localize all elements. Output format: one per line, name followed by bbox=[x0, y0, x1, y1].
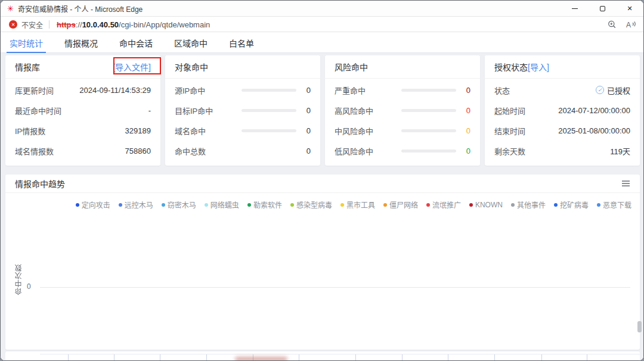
legend-item[interactable]: 勒索软件 bbox=[247, 200, 282, 210]
browser-window: ✳ 奇安信威胁情报 - 个人 - Microsoft Edge ✕ ✕ 不安全 … bbox=[0, 0, 644, 361]
read-aloud-icon[interactable]: A bbox=[626, 20, 636, 29]
progress-bar bbox=[242, 129, 296, 132]
minimize-button[interactable] bbox=[561, 1, 589, 17]
url-text[interactable]: https://10.0.40.50/cgi-bin/App/qtde/webm… bbox=[57, 20, 210, 29]
stat-row: 结束时间2025-01-08/00:00:00 bbox=[494, 120, 630, 141]
import-file-link[interactable]: [导入文件] bbox=[113, 61, 151, 73]
tab-intel-overview[interactable]: 情报概况 bbox=[61, 33, 101, 52]
stat-row: IP情报数329189 bbox=[15, 120, 151, 141]
address-bar[interactable]: ✕ 不安全 https://10.0.40.50/cgi-bin/App/qtd… bbox=[1, 17, 643, 32]
stat-row: 剩余天数119天 bbox=[494, 141, 630, 161]
chart-legend: 定向攻击 远控木马 窃密木马 网络蠕虫 勒索软件 感染型病毒 黑市工具 僵尸网络… bbox=[76, 200, 631, 210]
tab-whitelist[interactable]: 白名单 bbox=[226, 33, 257, 52]
stat-row: 域名命中0 bbox=[175, 120, 311, 141]
legend-item[interactable]: 感染型病毒 bbox=[290, 200, 332, 210]
card-title: 对象命中 bbox=[175, 61, 208, 73]
security-label[interactable]: 不安全 bbox=[21, 20, 43, 30]
stat-value: 758860 bbox=[125, 147, 151, 155]
card-title: 授权状态 bbox=[494, 61, 528, 73]
legend-item[interactable]: 定向攻击 bbox=[76, 200, 110, 210]
legend-item[interactable]: 远控木马 bbox=[119, 200, 153, 210]
stat-value: 0 bbox=[466, 86, 470, 95]
legend-dot-icon bbox=[597, 203, 600, 207]
stat-row: 状态 ✓已授权 bbox=[494, 80, 630, 100]
y-axis-label: 命中次数 bbox=[14, 264, 24, 295]
legend-item[interactable]: 窃密木马 bbox=[162, 200, 196, 210]
not-secure-icon[interactable]: ✕ bbox=[9, 20, 17, 29]
stat-row: 高风险命中0 bbox=[335, 100, 470, 120]
legend-dot-icon bbox=[162, 203, 165, 207]
legend-label: 黑市工具 bbox=[346, 200, 375, 210]
legend-dot-icon bbox=[119, 203, 122, 207]
stat-label: 域名命中 bbox=[175, 125, 206, 136]
legend-item[interactable]: 恶意下载 bbox=[597, 200, 631, 210]
legend-label: 网络蠕虫 bbox=[210, 200, 239, 210]
legend-item[interactable]: 网络蠕虫 bbox=[205, 200, 239, 210]
zoom-icon[interactable] bbox=[608, 20, 617, 29]
stat-label: 起始时间 bbox=[494, 105, 525, 116]
stat-value: 329189 bbox=[125, 126, 151, 135]
stat-row: 源IP命中0 bbox=[175, 80, 311, 100]
progress-bar bbox=[242, 89, 296, 92]
progress-bar bbox=[401, 129, 456, 132]
maximize-button[interactable] bbox=[589, 1, 616, 17]
card-object-hits: 对象命中 源IP命中0 目标IP命中0 域名命中0 命中总数0 bbox=[165, 55, 320, 166]
stat-label: 低风险命中 bbox=[335, 145, 373, 157]
legend-label: 僵尸网络 bbox=[389, 200, 418, 210]
legend-item[interactable]: 流氓推广 bbox=[426, 200, 461, 210]
legend-dot-icon bbox=[469, 203, 473, 207]
chart-menu-icon[interactable] bbox=[621, 179, 630, 188]
stat-row: 最近命中时间- bbox=[15, 100, 151, 120]
card-title: 风险命中 bbox=[335, 61, 368, 73]
legend-item[interactable]: 黑市工具 bbox=[340, 200, 375, 210]
stat-label: 高风险命中 bbox=[335, 105, 373, 116]
tab-region-hits[interactable]: 区域命中 bbox=[171, 33, 210, 52]
tab-realtime-stats[interactable]: 实时统计 bbox=[7, 33, 46, 52]
x-axis-line bbox=[40, 287, 630, 288]
scrollbar-thumb[interactable] bbox=[637, 321, 642, 332]
stat-row: 严重命中0 bbox=[335, 80, 470, 100]
progress-bar bbox=[401, 89, 456, 92]
stat-value: 2025-01-08/00:00:00 bbox=[558, 126, 630, 135]
stat-row: 命中总数0 bbox=[175, 141, 311, 161]
page-tabs: 实时统计 情报概况 命中会话 区域命中 白名单 bbox=[1, 33, 643, 53]
stat-label: 结束时间 bbox=[494, 125, 525, 136]
window-title: 奇安信威胁情报 - 个人 - Microsoft Edge bbox=[18, 4, 143, 14]
table-top-border bbox=[40, 354, 640, 354]
stat-label: 中风险命中 bbox=[335, 125, 373, 136]
legend-item[interactable]: 挖矿病毒 bbox=[554, 200, 589, 210]
legend-label: 流氓推广 bbox=[432, 200, 461, 210]
stat-value: 0 bbox=[306, 106, 311, 115]
stat-row: 库更新时间2024-09-11/14:53:29 bbox=[15, 80, 151, 100]
legend-label: 定向攻击 bbox=[82, 200, 110, 210]
stat-label: 目标IP命中 bbox=[175, 105, 213, 116]
stat-row: 起始时间2024-07-12/00:00:00 bbox=[494, 100, 630, 120]
legend-dot-icon bbox=[554, 203, 558, 207]
legend-item[interactable]: 僵尸网络 bbox=[383, 200, 418, 210]
card-intel-db: 情报库 [导入文件] 库更新时间2024-09-11/14:53:29 最近命中… bbox=[5, 55, 160, 166]
progress-bar bbox=[401, 150, 456, 153]
stat-value: 0 bbox=[306, 86, 311, 95]
stat-row: 中风险命中0 bbox=[335, 120, 470, 141]
close-button[interactable]: ✕ bbox=[616, 1, 643, 17]
stat-value: 0 bbox=[466, 147, 470, 155]
stat-value: 0 bbox=[306, 147, 311, 155]
authorized-check-icon: ✓ bbox=[596, 86, 604, 94]
legend-label: 勒索软件 bbox=[253, 200, 282, 210]
card-risk-hits: 风险命中 严重命中0 高风险命中0 中风险命中0 低风险命中0 bbox=[325, 55, 480, 166]
chart-title: 情报命中趋势 bbox=[15, 178, 65, 189]
stat-value: 0 bbox=[466, 106, 470, 115]
maximize-icon bbox=[600, 6, 605, 11]
import-license-link[interactable]: [导入] bbox=[528, 61, 549, 73]
tab-hit-sessions[interactable]: 命中会话 bbox=[116, 33, 156, 52]
y-axis-tick: 0 bbox=[27, 282, 31, 291]
stat-label: 库更新时间 bbox=[15, 85, 54, 96]
partial-table bbox=[5, 351, 640, 361]
legend-item[interactable]: KNOWN bbox=[469, 201, 503, 209]
legend-item[interactable]: 其他事件 bbox=[511, 200, 546, 210]
legend-label: 恶意下载 bbox=[603, 200, 631, 210]
page-content: 情报库 [导入文件] 库更新时间2024-09-11/14:53:29 最近命中… bbox=[1, 53, 643, 360]
legend-label: 窃密木马 bbox=[168, 200, 196, 210]
stat-label: 域名情报数 bbox=[15, 145, 54, 157]
progress-bar bbox=[242, 109, 296, 112]
